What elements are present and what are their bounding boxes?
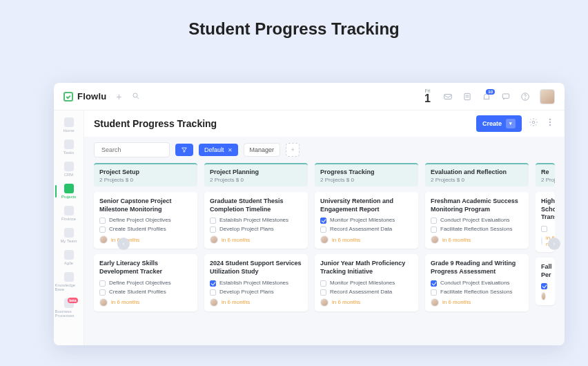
checkbox[interactable] [99,218,106,224]
chat-icon[interactable] [501,92,511,102]
search-icon[interactable] [132,91,140,102]
more-icon[interactable] [545,117,555,130]
rail-item-agile[interactable]: Agile [55,247,83,268]
scroll-left-button[interactable]: ‹ [117,238,130,250]
card-title: 2024 Student Support Services Utilizatio… [210,260,302,276]
checkbox[interactable] [210,289,216,296]
checkbox[interactable] [320,280,326,287]
settings-icon[interactable] [529,117,538,130]
card-title: High School Transcript [541,198,549,222]
lane-header[interactable]: Reporting2 Projects $ 0 [536,163,555,186]
rail-item-my-team[interactable]: My Team [55,225,83,246]
project-card[interactable]: University Retention and Engagement Repo… [315,192,418,249]
assignee-avatar[interactable] [210,235,218,244]
task-item[interactable]: Facilitate Reflection Sessions [431,289,523,296]
date-widget[interactable]: Fri 1 [424,88,431,104]
rail-item-business-processes[interactable]: Business Processesbeta [55,296,83,320]
due-label: in 6 months [111,299,139,305]
rail-item-home[interactable]: Home [55,115,83,135]
new-icon[interactable]: + [116,91,121,102]
close-icon[interactable]: ✕ [228,147,233,153]
scroll-right-button[interactable]: › [548,238,560,250]
assignee-avatar[interactable] [99,298,108,307]
checkbox[interactable] [320,289,326,296]
notes-icon[interactable] [462,92,472,102]
task-item[interactable]: Record Assessment Data [320,289,413,296]
checkbox[interactable] [320,227,326,233]
task-item[interactable]: Create Student Profiles [99,289,192,296]
default-filter-chip[interactable]: Default ✕ [199,144,238,156]
rail-item-finance[interactable]: Finance [55,203,83,224]
assignee-avatar[interactable] [99,235,108,244]
task-item[interactable]: Conduct Project Evaluations [431,217,523,224]
task-item[interactable] [541,225,549,232]
bell-icon[interactable]: 10 [482,92,491,102]
project-card[interactable]: Grade 9 Reading and Writing Progress Ass… [425,254,529,311]
task-item[interactable]: Conduct Project Evaluations [431,280,523,287]
task-item[interactable]: Monitor Project Milestones [320,217,413,224]
manager-filter-chip[interactable]: Manager [244,143,281,157]
checkbox[interactable] [99,227,106,233]
rail-label: Finance [61,217,76,221]
checkbox[interactable] [99,289,106,296]
project-card[interactable]: Freshman Academic Success Monitoring Pro… [425,192,529,249]
project-card[interactable]: Graduate Student Thesis Completion Timel… [204,192,308,249]
svg-point-8 [525,98,526,99]
project-card[interactable]: 2024 Student Support Services Utilizatio… [204,254,308,311]
checkbox[interactable] [541,226,547,232]
card-footer [541,292,549,300]
help-icon[interactable] [520,92,530,102]
assignee-avatar[interactable] [431,298,439,307]
checkbox[interactable] [320,218,326,224]
task-item[interactable] [541,282,549,289]
checkbox[interactable] [431,289,437,296]
rail-item-projects[interactable]: Projects [55,181,83,202]
project-card[interactable]: Fall Per [536,258,555,305]
checkbox[interactable] [210,280,216,287]
task-item[interactable]: Develop Project Plans [210,289,302,296]
checkbox[interactable] [431,227,437,233]
checkbox[interactable] [541,283,547,289]
rail-item-knowledge-base[interactable]: Knowledge Base [55,269,83,294]
assignee-avatar[interactable] [320,235,329,244]
checkbox[interactable] [99,280,106,287]
user-avatar[interactable] [540,89,555,104]
task-item[interactable]: Define Project Objectives [99,217,192,224]
checkbox[interactable] [431,218,437,224]
lane-header[interactable]: Evaluation and Reflection2 Projects $ 0 [425,163,529,186]
assignee-avatar[interactable] [210,298,218,307]
task-item[interactable]: Facilitate Reflection Sessions [431,226,523,233]
task-item[interactable]: Record Assessment Data [320,226,413,233]
filter-icon-chip[interactable] [175,144,193,156]
checkbox[interactable] [210,218,216,224]
create-button[interactable]: Create ▾ [476,115,522,132]
search-input[interactable] [94,142,170,157]
rail-item-crm[interactable]: CRM [55,159,83,180]
assignee-avatar[interactable] [541,237,542,245]
lane-subtitle: 2 Projects $ 0 [99,177,192,183]
project-card[interactable]: Senior Capstone Project Milestone Monito… [94,192,197,249]
task-item[interactable]: Define Project Objectives [99,280,192,287]
assignee-avatar[interactable] [541,292,546,300]
task-label: Develop Project Plans [219,289,274,295]
brand[interactable]: Flowlu [63,91,106,102]
create-caret-icon[interactable]: ▾ [506,119,516,128]
task-item[interactable]: Establish Project Milestones [210,217,302,224]
checkbox[interactable] [431,280,437,287]
card-title: Fall Per [541,263,549,279]
lane-header[interactable]: Project Planning2 Projects $ 0 [204,163,308,186]
rail-item-tasks[interactable]: Tasks [55,137,83,157]
project-card[interactable]: Early Literacy Skills Development Tracke… [94,254,197,311]
task-item[interactable]: Create Student Profiles [99,226,192,233]
assignee-avatar[interactable] [320,298,329,307]
lane-header[interactable]: Progress Tracking2 Projects $ 0 [315,163,418,186]
add-filter-chip[interactable]: + [286,143,300,157]
mail-icon[interactable] [443,92,453,102]
task-item[interactable]: Develop Project Plans [210,226,302,233]
task-item[interactable]: Establish Project Milestones [210,280,302,287]
lane-header[interactable]: Project Setup2 Projects $ 0 [94,163,197,186]
checkbox[interactable] [210,227,216,233]
task-item[interactable]: Monitor Project Milestones [320,280,413,287]
assignee-avatar[interactable] [431,235,439,244]
project-card[interactable]: Junior Year Math Proficiency Tracking In… [315,254,418,311]
